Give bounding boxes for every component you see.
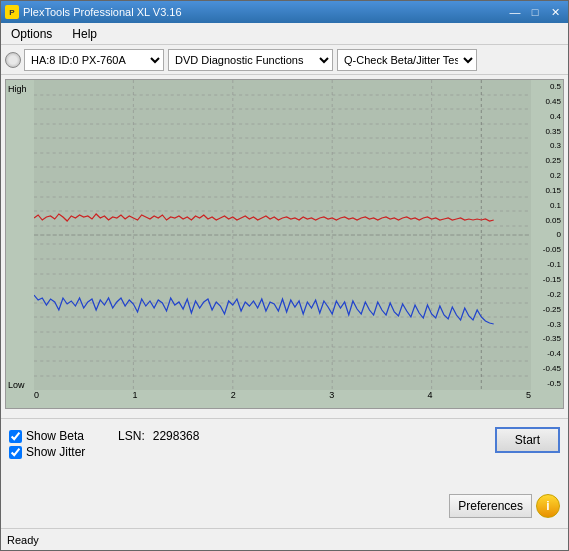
maximize-button[interactable]: □ [526,4,544,20]
info-button[interactable]: i [536,494,560,518]
y-axis-right: 0.5 0.45 0.4 0.35 0.3 0.25 0.2 0.15 0.1 … [531,80,563,390]
chart-svg [34,80,531,390]
start-button[interactable]: Start [495,427,560,453]
show-beta-label: Show Beta [26,429,84,443]
menu-options[interactable]: Options [5,25,58,43]
x-label-5: 5 [526,390,531,406]
lsn-label: LSN: [118,429,145,443]
menu-bar: Options Help [1,23,568,45]
app-icon: P [5,5,19,19]
y-label-low: Low [8,380,25,390]
title-bar-left: P PlexTools Professional XL V3.16 [5,5,182,19]
x-label-1: 1 [132,390,137,406]
x-label-3: 3 [329,390,334,406]
window-title: PlexTools Professional XL V3.16 [23,6,182,18]
lsn-value: 2298368 [153,429,200,443]
status-bar: Ready [1,528,568,550]
show-beta-checkbox[interactable] [9,430,22,443]
x-axis: 0 1 2 3 4 5 [34,390,531,406]
chart-container: High Low 0.5 0.45 0.4 0.35 0.3 0.25 0.2 … [5,79,564,409]
drive-selector-group: HA:8 ID:0 PX-760A [5,49,164,71]
show-jitter-row: Show Jitter [9,445,560,459]
function-select[interactable]: DVD Diagnostic Functions [168,49,333,71]
show-beta-row: Show Beta LSN: 2298368 [9,429,560,443]
checkbox-area: Show Beta LSN: 2298368 Show Jitter [9,429,560,459]
bottom-panel: Show Beta LSN: 2298368 Show Jitter Start… [1,418,568,528]
main-window: P PlexTools Professional XL V3.16 — □ ✕ … [0,0,569,551]
y-label-high: High [8,84,27,94]
drive-select[interactable]: HA:8 ID:0 PX-760A [24,49,164,71]
minimize-button[interactable]: — [506,4,524,20]
x-label-4: 4 [428,390,433,406]
preferences-button[interactable]: Preferences [449,494,532,518]
close-button[interactable]: ✕ [546,4,564,20]
title-bar: P PlexTools Professional XL V3.16 — □ ✕ [1,1,568,23]
show-jitter-checkbox[interactable] [9,446,22,459]
title-bar-controls: — □ ✕ [506,4,564,20]
test-select[interactable]: Q-Check Beta/Jitter Test [337,49,477,71]
menu-help[interactable]: Help [66,25,103,43]
status-text: Ready [7,534,39,546]
toolbar: HA:8 ID:0 PX-760A DVD Diagnostic Functio… [1,45,568,75]
preferences-row: Preferences i [449,494,560,518]
show-jitter-label: Show Jitter [26,445,85,459]
x-label-0: 0 [34,390,39,406]
x-label-2: 2 [231,390,236,406]
drive-icon [5,52,21,68]
